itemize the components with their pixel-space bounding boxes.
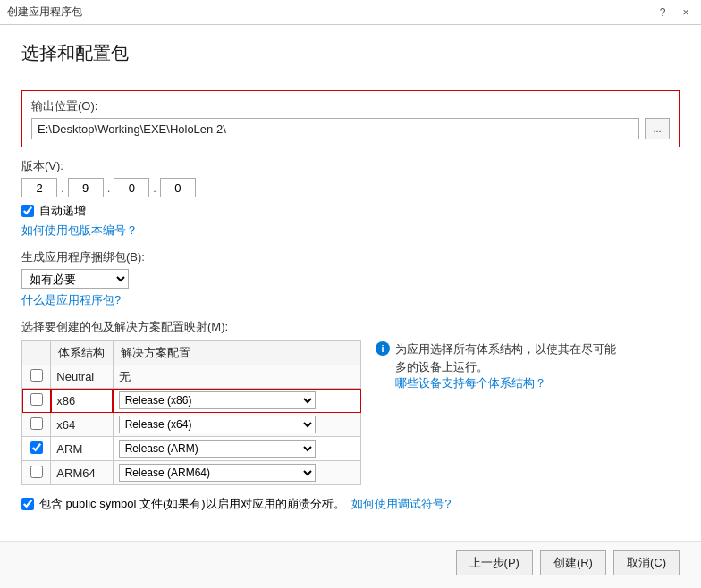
debug-symbol-link[interactable]: 如何使用调试符号?: [351, 497, 451, 510]
version-sep-2: .: [107, 181, 111, 195]
checkbox-x86[interactable]: [30, 393, 43, 406]
arch-arm64: ARM64: [51, 461, 113, 485]
config-dropdown-x64[interactable]: Release (x64) Debug (x64): [119, 416, 316, 433]
table-label: 选择要创建的包及解决方案配置映射(M):: [21, 319, 680, 335]
output-label: 输出位置(O):: [31, 98, 670, 114]
auto-increment-checkbox[interactable]: [21, 205, 34, 217]
back-button[interactable]: 上一步(P): [456, 550, 533, 575]
info-icon: i: [376, 341, 390, 356]
table-section: 选择要创建的包及解决方案配置映射(M): 体系结构 解决方案配置: [21, 319, 680, 485]
cancel-button[interactable]: 取消(C): [613, 550, 680, 575]
dialog-content: 输出位置(O): ... 版本(V): . . . 自动递增 如何使用包: [0, 83, 701, 541]
info-text: 为应用选择所有体系结构，以使其在尽可能多的设备上运行。: [395, 342, 616, 374]
browse-button[interactable]: ...: [645, 118, 670, 139]
bundle-dropdown[interactable]: 如有必要 始终 从不: [21, 269, 129, 289]
version-input-3[interactable]: [114, 178, 149, 197]
what-is-bundle-link[interactable]: 什么是应用程序包?: [21, 292, 121, 308]
info-panel-content: 为应用选择所有体系结构，以使其在尽可能多的设备上运行。 哪些设备支持每个体系结构…: [395, 340, 617, 391]
version-sep-3: .: [153, 181, 156, 195]
row-check-x64: [22, 413, 51, 437]
version-input-4[interactable]: [160, 178, 196, 197]
row-check-x86: [22, 389, 51, 413]
config-table: 体系结构 解决方案配置 Neutral 无: [21, 340, 361, 485]
config-dropdown-x86[interactable]: Release (x86) Debug (x86): [119, 391, 316, 409]
output-row: ...: [31, 118, 670, 139]
how-to-version-link[interactable]: 如何使用包版本编号？: [21, 223, 138, 237]
info-panel: i 为应用选择所有体系结构，以使其在尽可能多的设备上运行。 哪些设备支持每个体系…: [376, 340, 617, 391]
row-check-arm: [22, 437, 51, 461]
symbol-checkbox[interactable]: [21, 498, 34, 510]
arch-neutral: Neutral: [51, 365, 113, 389]
footer-checkbox-row: 包含 public symbol 文件(如果有)以启用对应用的崩溃分析。 如何使…: [21, 496, 680, 512]
symbol-label: 包含 public symbol 文件(如果有)以启用对应用的崩溃分析。 如何使…: [39, 496, 452, 512]
page-title: 选择和配置包: [21, 41, 680, 65]
config-x86: Release (x86) Debug (x86): [113, 389, 360, 413]
arch-x86: x86: [51, 389, 113, 413]
config-arm64: Release (ARM64) Debug (ARM64): [113, 461, 360, 485]
dialog-header: 选择和配置包: [0, 25, 701, 83]
table-row: x86 Release (x86) Debug (x86): [22, 389, 361, 413]
bundle-section: 生成应用程序捆绑包(B): 如有必要 始终 从不 什么是应用程序包?: [21, 249, 680, 308]
table-row: x64 Release (x64) Debug (x64): [22, 413, 361, 437]
version-section: 版本(V): . . . 自动递增 如何使用包版本编号？: [21, 158, 680, 239]
table-row: ARM Release (ARM) Debug (ARM): [22, 437, 361, 461]
col-header-check: [22, 341, 51, 365]
help-button[interactable]: ?: [655, 4, 671, 21]
version-sep-1: .: [61, 181, 64, 195]
checkbox-arm64[interactable]: [30, 466, 43, 478]
title-bar: 创建应用程序包 ? ×: [0, 0, 701, 25]
row-check-neutral: [22, 365, 51, 389]
device-support-link[interactable]: 哪些设备支持每个体系结构？: [395, 376, 546, 390]
version-input-2[interactable]: [68, 178, 104, 197]
title-bar-controls: ? ×: [655, 4, 694, 21]
version-label: 版本(V):: [21, 158, 680, 174]
checkbox-neutral[interactable]: [30, 369, 43, 382]
output-input[interactable]: [31, 118, 639, 139]
config-neutral: 无: [113, 365, 360, 389]
config-dropdown-arm64[interactable]: Release (ARM64) Debug (ARM64): [119, 464, 316, 482]
bundle-label: 生成应用程序捆绑包(B):: [21, 249, 680, 265]
output-section: 输出位置(O): ...: [21, 90, 680, 147]
info-panel-row: i 为应用选择所有体系结构，以使其在尽可能多的设备上运行。 哪些设备支持每个体系…: [376, 340, 617, 391]
version-input-1[interactable]: [21, 178, 57, 197]
close-button[interactable]: ×: [678, 4, 694, 21]
checkbox-x64[interactable]: [30, 417, 43, 430]
auto-increment-row: 自动递增: [21, 203, 680, 219]
config-table-wrapper: 体系结构 解决方案配置 Neutral 无: [21, 340, 361, 485]
title-bar-title: 创建应用程序包: [7, 4, 82, 20]
config-dropdown-arm[interactable]: Release (ARM) Debug (ARM): [119, 440, 316, 458]
create-button[interactable]: 创建(R): [540, 550, 606, 575]
col-header-config: 解决方案配置: [113, 341, 360, 365]
checkbox-arm[interactable]: [30, 441, 43, 454]
row-check-arm64: [22, 461, 51, 485]
table-row: ARM64 Release (ARM64) Debug (ARM64): [22, 461, 361, 485]
symbol-label-text: 包含 public symbol 文件(如果有)以启用对应用的崩溃分析。: [39, 497, 345, 510]
arch-x64: x64: [51, 413, 113, 437]
col-header-arch: 体系结构: [51, 341, 113, 365]
auto-increment-label: 自动递增: [39, 203, 86, 219]
version-row: . . .: [21, 178, 680, 197]
dialog-footer: 上一步(P) 创建(R) 取消(C): [0, 541, 701, 588]
dialog: 选择和配置包 输出位置(O): ... 版本(V): . . .: [0, 25, 701, 588]
config-layout: 体系结构 解决方案配置 Neutral 无: [21, 340, 680, 485]
config-arm: Release (ARM) Debug (ARM): [113, 437, 360, 461]
table-row: Neutral 无: [22, 365, 361, 389]
config-x64: Release (x64) Debug (x64): [113, 413, 360, 437]
arch-arm: ARM: [51, 437, 113, 461]
